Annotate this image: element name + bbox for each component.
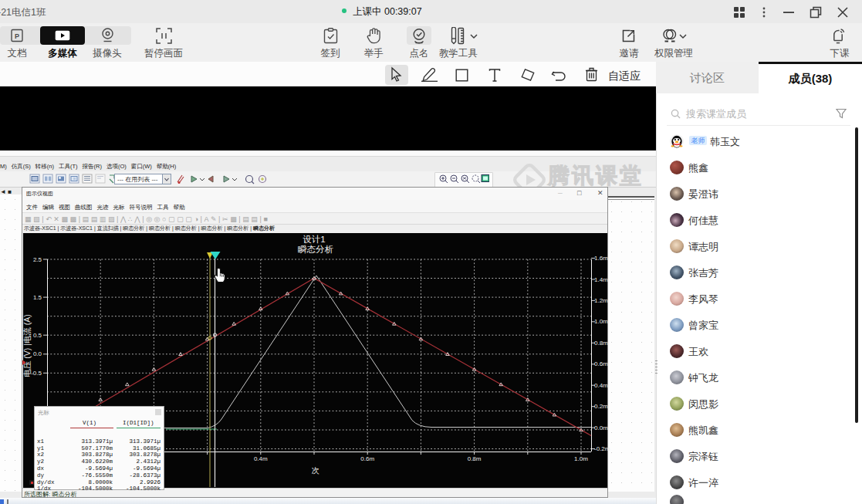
svg-text:0.8m: 0.8m [594,340,608,347]
svg-text:0.8m: 0.8m [468,455,482,462]
svg-text:1.0m: 1.0m [594,318,608,325]
svg-text:1.4m: 1.4m [594,276,608,283]
svg-text:1.0m: 1.0m [574,455,588,462]
svg-text:0.6m: 0.6m [594,360,608,367]
svg-text:-0.2m: -0.2m [594,445,610,452]
svg-text:0.0: 0.0 [33,350,42,357]
svg-text:0.5: 0.5 [33,332,42,339]
svg-text:0.2m: 0.2m [594,403,608,410]
svg-text:-0.5: -0.5 [31,370,42,377]
svg-text:次: 次 [312,466,319,475]
svg-text:1.2m: 1.2m [594,297,608,304]
svg-text:1.6m: 1.6m [594,255,608,262]
svg-text:0.6m: 0.6m [360,455,374,462]
svg-text:2.5: 2.5 [33,256,42,263]
svg-text:P: P [15,32,19,40]
svg-text:0.4m: 0.4m [254,455,268,462]
svg-text:瞬态分析: 瞬态分析 [298,245,334,254]
svg-text:0.4m: 0.4m [594,382,608,389]
svg-text:设计1: 设计1 [303,235,325,244]
svg-text:0.0m: 0.0m [594,425,608,431]
svg-text:电压 (V) |电流 (A): 电压 (V) |电流 (A) [22,314,32,377]
svg-text:1.5: 1.5 [33,294,42,301]
